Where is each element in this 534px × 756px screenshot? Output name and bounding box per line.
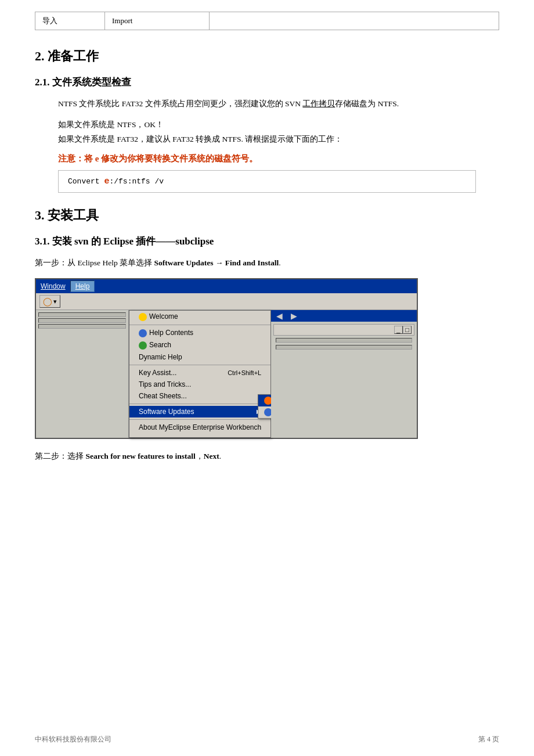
eclipse-help-dropdown: Welcome Help Contents Search	[129, 310, 271, 438]
eclipse-nav-bar: ◀ ▶	[271, 310, 417, 322]
menu-item-welcome: Welcome	[129, 311, 270, 323]
table-cell-english: Import	[105, 12, 210, 30]
section-3-title: 3. 安装工具	[35, 207, 499, 224]
section-3-1-title: 3.1. 安装 svn 的 Eclipse 插件——subclipse	[35, 235, 499, 248]
menu-item-about: About MyEclipse Enterprise Workbench	[129, 422, 270, 433]
section-2-1-para1: NTFS 文件系统比 FAT32 文件系统占用空间更少，强烈建议您的 SVN 工…	[58, 97, 499, 111]
eclipse-body: Welcome Help Contents Search	[36, 310, 417, 438]
eclipse-nav-back: ◀	[275, 311, 284, 321]
import-table: 导入 Import	[35, 12, 499, 30]
eclipse-panel-max: □	[403, 326, 412, 334]
eclipse-menu-window: Window	[36, 281, 70, 291]
eclipse-left-panel	[36, 310, 129, 438]
section-2-1-title: 2.1. 文件系统类型检查	[35, 75, 499, 89]
menu-item-dynamic-help: Dynamic Help	[129, 351, 270, 363]
step-1-text: 第一步：从 Eclipse Help 菜单选择 Software Updates…	[35, 256, 499, 270]
eclipse-right-panel: ◀ ▶ ⎯ □	[271, 310, 417, 438]
menu-area: Welcome Help Contents Search	[129, 310, 271, 438]
table-cell-empty	[210, 12, 499, 30]
welcome-icon	[139, 313, 147, 321]
eclipse-panel-min: ⎯	[394, 326, 403, 334]
eclipse-menu-help: Help	[70, 280, 95, 292]
help-contents-icon	[139, 329, 147, 337]
section-2: 2. 准备工作 2.1. 文件系统类型检查 NTFS 文件系统比 FAT32 文…	[35, 48, 499, 193]
menu-item-tips: Tips and Tricks...	[129, 379, 270, 390]
eclipse-toolbar-icon-1: ◯	[43, 297, 52, 306]
panel-content-2	[276, 345, 412, 350]
menu-item-search: Search	[129, 339, 270, 351]
section-2-title: 2. 准备工作	[35, 48, 499, 65]
panel-content-1	[276, 338, 412, 343]
footer-company: 中科软科技股份有限公司	[35, 735, 111, 744]
table-cell-chinese: 导入	[35, 12, 105, 30]
menu-divider-4	[129, 419, 270, 420]
eclipse-panel-header: ⎯ □	[273, 324, 414, 336]
footer-page: 第 4 页	[478, 735, 499, 744]
eclipse-screenshot: Window Help ◯ ▾	[35, 278, 418, 439]
eclipse-nav-fwd: ▶	[289, 311, 299, 321]
eclipse-toolbar-btn-1: ◯ ▾	[39, 295, 60, 308]
menu-divider-2	[129, 365, 270, 365]
menu-divider-3	[129, 404, 270, 404]
section-3-1: 3.1. 安装 svn 的 Eclipse 插件——subclipse 第一步：…	[35, 235, 499, 464]
step-2-text: 第二步：选择 Search for new features to instal…	[35, 449, 499, 463]
search-icon	[139, 341, 147, 350]
menu-item-help-contents: Help Contents	[129, 327, 270, 339]
menu-item-software-updates: Software Updates ▶	[129, 406, 270, 417]
menu-item-key-assist: Key Assist... Ctrl+Shift+L	[129, 367, 270, 379]
eclipse-menubar: Window Help	[36, 279, 417, 293]
warning-text: 注意：将 e 修改为你将要转换文件系统的磁盘符号。	[58, 153, 499, 164]
page-footer: 中科软科技股份有限公司 第 4 页	[35, 735, 499, 744]
section-3: 3. 安装工具 3.1. 安装 svn 的 Eclipse 插件——subcli…	[35, 207, 499, 464]
menu-divider-1	[129, 325, 270, 325]
menu-item-cheat: Cheat Sheets...	[129, 390, 270, 402]
section-2-1-para2: 如果文件系统是 NTFS，OK！ 如果文件系统是 FAT32，建议从 FAT32…	[58, 118, 499, 146]
eclipse-toolbar: ◯ ▾	[36, 293, 417, 310]
section-2-1: 2.1. 文件系统类型检查 NTFS 文件系统比 FAT32 文件系统占用空间更…	[35, 75, 499, 193]
eclipse-right-body: ⎯ □	[271, 322, 417, 354]
code-block: Convert e:/fs:ntfs /v	[58, 170, 476, 193]
